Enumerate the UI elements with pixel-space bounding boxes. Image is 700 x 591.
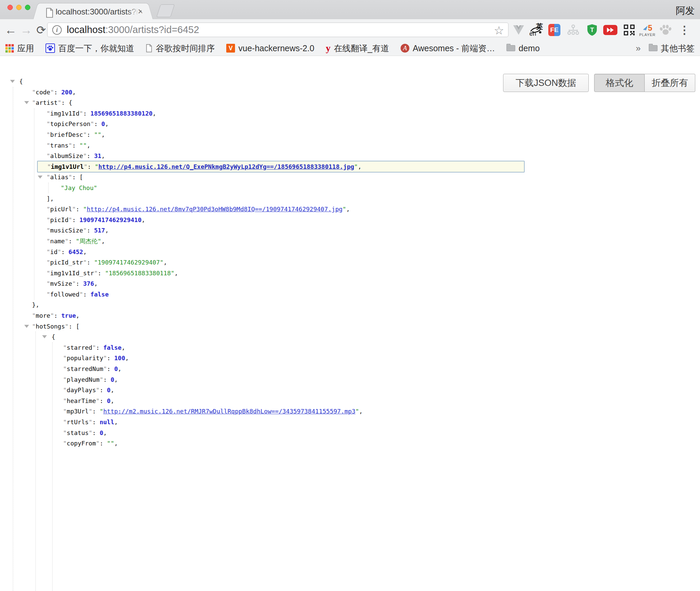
json-key: status [67,429,89,436]
json-key: name [50,238,65,245]
fe-icon[interactable]: FE [546,19,562,41]
json-key: img1v1Id [50,110,80,117]
forward-button[interactable]: → [19,19,34,41]
json-value: 0 [99,429,103,436]
video-speed-icon[interactable] [602,19,618,41]
close-window-button[interactable] [7,5,13,10]
json-value: null [99,418,114,426]
address-bar[interactable]: i localhost:3000/artists?id=6452 ☆ [47,23,508,37]
profile-name[interactable]: 阿发 [676,4,695,17]
reload-button[interactable]: ⟳ [34,19,49,41]
translate-en-icon[interactable]: 英 en [528,19,544,41]
json-viewer: {"code": 200,"artist": {"img1v1Id": 1856… [0,76,700,591]
bookmark-youdao[interactable]: y 在线翻译_有道 [326,43,389,54]
json-string: "" [80,142,87,149]
json-value: false [90,291,109,298]
json-line: "popularity": 100, [0,353,700,364]
tab-close-icon[interactable]: × [138,6,143,17]
collapse-triangle-icon[interactable] [24,325,29,328]
json-string: "" [94,131,101,138]
json-line: "Jay Chou" [0,183,700,193]
json-key: mvSize [50,280,72,287]
browser-window: localhost:3000/artists?id=645 × 阿发 ← → ⟳… [0,0,700,591]
new-tab-button[interactable] [156,4,175,17]
json-key: albumSize [50,152,83,159]
json-key: briefDesc [50,131,83,138]
json-line: "topicPerson": 0, [0,119,700,129]
json-key: alias [50,174,68,181]
html5-player-icon[interactable]: 5 PLAYER [639,19,655,41]
page-info-icon[interactable]: i [52,25,62,35]
paw-icon[interactable] [658,19,674,41]
json-key: img1v1Url [51,163,84,170]
collapse-triangle-icon[interactable] [10,80,15,83]
minimize-window-button[interactable] [16,5,22,10]
json-line: ], [0,193,700,204]
qr-code-icon[interactable] [621,19,637,41]
json-key: artist [36,99,58,106]
json-value: 0 [107,386,111,394]
json-url-link[interactable]: http://m2.music.126.net/RMJR7wDullRqppBk… [103,408,355,415]
json-line: "code": 200, [0,87,700,98]
other-bookmarks-folder[interactable]: 其他书签 [649,43,695,54]
json-line: { [0,76,700,87]
collapse-triangle-icon[interactable] [38,176,42,179]
vue-devtools-icon[interactable] [511,19,527,41]
zoom-window-button[interactable] [25,5,30,10]
url-host: localhost [67,24,105,35]
json-string: "19097417462929407" [94,259,164,266]
json-line: "hearTime": 0, [0,396,700,406]
json-line: "img1v1Id": 18569651883380120, [0,108,700,119]
json-line: "id": 6452, [0,247,700,257]
json-key: rtUrls [67,418,89,426]
json-string: "" [107,440,114,447]
bookmark-awesomes[interactable]: A Awesomes - 前端资… [401,43,495,54]
json-line: "copyFrom": "", [0,438,700,449]
collapse-triangle-icon[interactable] [24,101,29,104]
bookmark-apps[interactable]: 应用 [5,43,34,54]
json-value: 19097417462929410 [80,216,142,223]
folder-icon [649,45,658,51]
json-line: "artist": { [0,97,700,108]
bookmark-baidu[interactable]: 百度一下，你就知道 [46,43,134,54]
json-value: 0 [101,120,105,127]
browser-menu-icon[interactable]: ⋮ [677,19,692,41]
bookmark-google-sort[interactable]: 谷歌按时间排序 [146,43,215,54]
json-key: dayPlays [67,386,96,394]
back-button[interactable]: ← [3,19,18,41]
json-key: hotSongs [36,323,65,330]
json-value: 517 [94,227,105,234]
json-value: 0 [114,365,118,372]
json-line: "followed": false [0,289,700,300]
json-line: { [0,332,700,342]
json-url-link[interactable]: http://p4.music.126.net/Q_ExePNkmgB2yWyL… [98,163,354,170]
bookmarks-overflow-icon[interactable]: » [636,43,641,54]
bookmark-demo-folder[interactable]: demo [506,43,540,53]
json-key: img1v1Id_str [50,270,94,277]
json-line: "albumSize": 31, [0,151,700,161]
browser-tab[interactable]: localhost:3000/artists?id=645 × [40,3,146,19]
bookmark-star-icon[interactable]: ☆ [494,24,504,37]
json-line: "hotSongs": [ [0,321,700,332]
json-value: 0 [107,397,111,404]
json-line: }, [0,300,700,310]
folder-icon [506,45,515,51]
bookmark-vue-hackernews[interactable]: V vue-hackernews-2.0 [226,43,314,53]
json-line: "picId": 19097417462929410, [0,215,700,225]
vue-v-icon: V [226,44,235,53]
bookmarks-bar: 应用 百度一下，你就知道 谷歌按时间排序 V vue-hackernews-2.… [0,41,700,56]
json-key: followed [50,291,80,298]
collapse-triangle-icon[interactable] [42,335,47,338]
json-line: "mp3Url": "http://m2.music.126.net/RMJR7… [0,406,700,417]
json-key: hearTime [67,397,96,404]
sitemap-icon[interactable] [565,19,581,41]
awesomes-a-icon: A [401,44,409,53]
shield-t-icon[interactable]: T [584,19,600,41]
json-value: 31 [94,152,101,159]
json-key: starred [67,344,92,351]
url-text[interactable]: localhost:3000/artists?id=6452 [67,24,199,35]
baidu-paw-icon [46,43,55,53]
json-url-link[interactable]: http://p4.music.126.net/8mv7qP30Pd3oHW8b… [87,206,343,213]
svg-text:T: T [590,27,594,33]
json-value: 200 [61,89,72,96]
